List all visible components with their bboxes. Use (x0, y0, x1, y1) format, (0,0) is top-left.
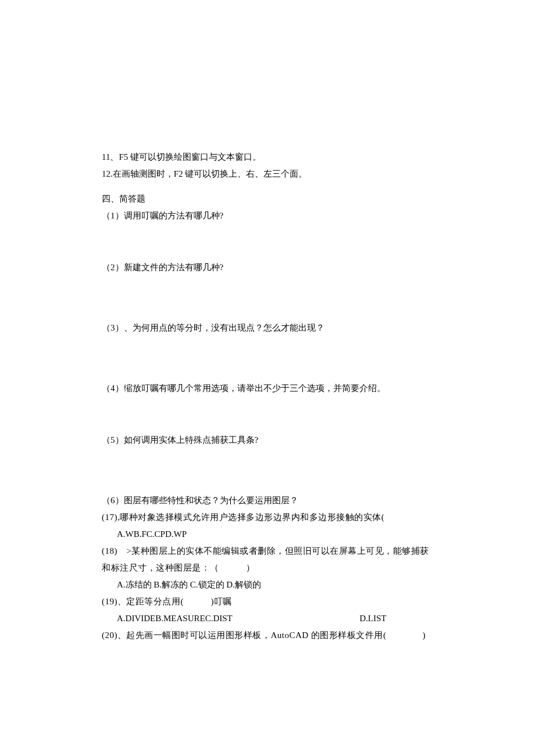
text-line-11: 11、F5 键可以切换绘图窗口与文本窗口。 (102, 150, 433, 164)
text-line-12: 12.在画轴测图时，F2 键可以切换上、右、左三个面。 (102, 167, 433, 181)
question-18-b: 和标注尺寸，这种图层是：（ ） (102, 561, 433, 575)
question-2: （2）新建文件的方法有哪几种? (102, 260, 433, 274)
question-5: （5）如何调用实体上特殊点捕获工具条? (102, 433, 433, 447)
spacer (102, 450, 433, 493)
question-17: (17),哪种对象选择模式允许用户选择多边形边界内和多边形接触的实体( (102, 510, 433, 524)
spacer (102, 225, 433, 260)
question-4: （4）缩放叮嘱有哪几个常用选项，请举出不少于三个选项，并简要介绍。 (102, 381, 433, 395)
question-6: （6）图层有哪些特性和状态？为什么要运用图层？ (102, 493, 433, 507)
section-4-title: 四、简答题 (102, 192, 433, 206)
question-19-options: A.DIVIDEB.MEASUREC.DIST D.LIST (102, 611, 433, 625)
question-18-a: (18) >某种图层上的实体不能编辑或者删除，但照旧可以在屏幕上可见，能够捕获 (102, 544, 433, 558)
question-20: (20)、起先画一幅图时可以运用图形样板，AutoCAD 的图形样板文件用( ) (102, 628, 433, 642)
question-17-options: A.WB.FC.CPD.WP (102, 527, 433, 541)
question-3: （3）、为何用点的等分时，没有出现点？怎么才能出现？ (102, 321, 433, 335)
question-19-options-abc: A.DIVIDEB.MEASUREC.DIST (117, 614, 232, 623)
question-19: (19)、定距等分点用( )叮嘱 (102, 594, 433, 608)
spacer (102, 277, 433, 321)
question-19-option-d: D.LIST (359, 611, 386, 625)
spacer (102, 398, 433, 433)
spacer (102, 184, 433, 192)
question-1: （1）调用叮嘱的方法有哪几种? (102, 209, 433, 223)
question-18-options: A.冻结的 B.解冻的 C.锁定的 D.解锁的 (102, 578, 433, 592)
spacer (102, 338, 433, 381)
